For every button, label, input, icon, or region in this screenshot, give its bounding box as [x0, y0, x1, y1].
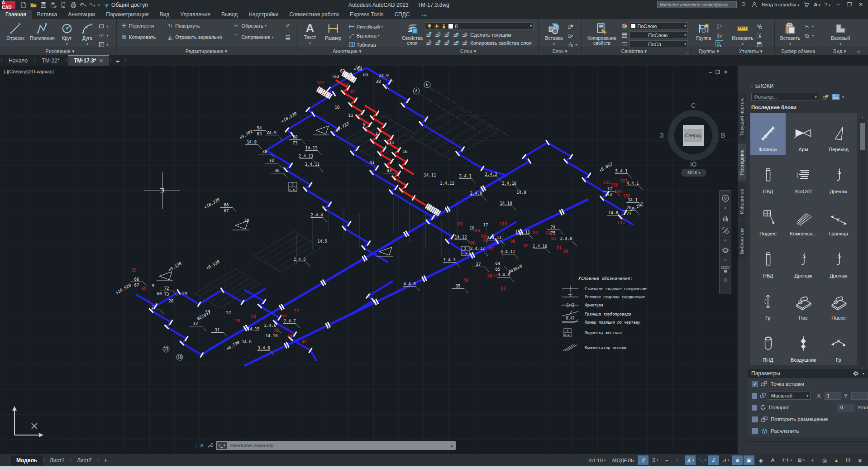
- fillet-button[interactable]: ⌒Сопряжение ▾: [233, 34, 278, 41]
- restore-button[interactable]: ❐: [846, 1, 853, 8]
- search-input[interactable]: Введите ключевое слово/фразу: [657, 1, 737, 8]
- ribbon-tab-0[interactable]: Главная: [0, 10, 32, 19]
- ribbon-tab-6[interactable]: Вывод: [216, 10, 243, 19]
- ribbon-tab-4[interactable]: Вид: [154, 10, 175, 19]
- color-select[interactable]: ПоСлою▾: [630, 22, 688, 30]
- save-as-icon[interactable]: [50, 1, 57, 9]
- cart-icon[interactable]: [803, 1, 810, 8]
- help-icon[interactable]: ? ▾: [825, 2, 830, 7]
- rectangle-button[interactable]: ▾: [98, 23, 108, 30]
- block-item-насос[interactable]: Насос: [821, 281, 856, 323]
- layer-unlock-all-icon[interactable]: [452, 39, 459, 46]
- new-layout-button[interactable]: +: [99, 455, 113, 465]
- isolate-objects-icon[interactable]: ◎: [819, 455, 830, 465]
- isodraft-icon[interactable]: ⋱▾: [696, 455, 707, 465]
- navbar-close-icon[interactable]: ⊖: [723, 278, 727, 282]
- palette-tab-1[interactable]: Последние: [738, 144, 746, 181]
- mobile-icon[interactable]: [60, 1, 67, 9]
- params-header[interactable]: Параметры ▾: [748, 369, 868, 378]
- panel-label-clipboard[interactable]: Буфер обмена: [775, 47, 822, 55]
- param-insertion-point[interactable]: ✓ Точка вставки: [748, 378, 868, 390]
- pan-hand-icon[interactable]: [721, 214, 730, 222]
- object-snap-icon[interactable]: ▣: [744, 455, 754, 465]
- plot-icon[interactable]: [70, 1, 77, 9]
- block-item-дренаж[interactable]: Дренаж: [821, 155, 856, 197]
- graphics-performance-icon[interactable]: ▲: [831, 455, 842, 465]
- ribbon-tab-3[interactable]: Параметризация: [100, 10, 154, 19]
- command-grip[interactable]: ⁞⁞: [196, 443, 197, 448]
- move-button[interactable]: ✣Перенести: [120, 22, 160, 29]
- panel-label-layers[interactable]: Слои ▾: [398, 47, 539, 55]
- viewcube[interactable]: С З В Ю Сверху: [660, 97, 728, 165]
- copy-button[interactable]: ⧉Копировать: [120, 34, 160, 41]
- dynamic-input-icon[interactable]: ⌐: [661, 455, 672, 465]
- block-item-подвес[interactable]: Подвес: [750, 197, 786, 239]
- make-current-button[interactable]: Сделать текущим: [470, 32, 511, 38]
- redo-icon[interactable]: ↷▾: [89, 2, 95, 8]
- palette-scroll-thumb[interactable]: [860, 123, 865, 150]
- ungroup-button[interactable]: [716, 23, 723, 30]
- rotation-value-field[interactable]: 0: [838, 404, 855, 412]
- thumbnail-view-icon[interactable]: [832, 93, 840, 100]
- param-scale[interactable]: Масштаб▾ X: 1 Y:: [748, 390, 868, 402]
- command-wrench-icon[interactable]: [207, 442, 213, 449]
- ribbon-tab-8[interactable]: Совместная работа: [284, 10, 344, 19]
- autocad-logo-icon[interactable]: A CAD: [2, 1, 15, 9]
- viewcube-north[interactable]: С: [691, 102, 696, 109]
- snap-icon[interactable]: ⠿▾: [649, 455, 660, 465]
- steering-wheel-icon[interactable]: [721, 194, 730, 202]
- filter-input[interactable]: Фильтр...▾: [751, 93, 819, 101]
- new-file-icon[interactable]: [20, 1, 27, 9]
- layout-tab-лист2[interactable]: Лист2: [72, 455, 97, 465]
- lineweight-icon[interactable]: ≡: [732, 455, 743, 465]
- rotate-button[interactable]: ↻Повернуть: [167, 22, 226, 29]
- save-icon[interactable]: [40, 1, 47, 9]
- layer-unisolate-icon[interactable]: [434, 31, 441, 38]
- linetype-select[interactable]: ———ПоСлою▾: [630, 31, 688, 39]
- palette-tab-0[interactable]: Текущий чертеж: [738, 93, 746, 141]
- ucs-selector[interactable]: МСК▾: [681, 169, 706, 177]
- layer-freeze-icon[interactable]: [443, 31, 450, 38]
- trim-button[interactable]: ✂Обрезать ▾: [233, 22, 278, 29]
- command-bar[interactable]: >_ ▾ Введите команду ▴: [216, 441, 456, 450]
- explode-checkbox[interactable]: [752, 428, 758, 434]
- select-all-button[interactable]: [756, 32, 763, 39]
- block-item-переход[interactable]: Переход: [821, 113, 856, 155]
- block-item-дренаж[interactable]: Дренаж: [786, 239, 821, 281]
- grid-icon[interactable]: #: [638, 455, 649, 465]
- block-item-пвд[interactable]: ПВД: [750, 239, 786, 281]
- block-item-граница[interactable]: Граница: [821, 197, 856, 239]
- viewport-controls[interactable]: [-][Сверху][2D-каркас]: [4, 69, 53, 74]
- minimize-button[interactable]: –: [835, 1, 842, 8]
- add-scales-icon[interactable]: +: [807, 455, 818, 465]
- scale-checkbox[interactable]: [752, 393, 757, 399]
- quick-select-button[interactable]: [756, 23, 763, 30]
- ribbon-collapse-icon[interactable]: ▪ ▾: [419, 12, 429, 19]
- file-tab-1[interactable]: ТМ-22*: [37, 56, 65, 66]
- palette-grip[interactable]: ⁞⁞: [750, 83, 753, 89]
- params-caret-icon[interactable]: ▾: [863, 372, 864, 376]
- panel-label-utilities[interactable]: Утилиты ▾: [727, 47, 775, 55]
- autodesk-a-icon[interactable]: A ▾: [814, 2, 820, 7]
- insertion-checkbox[interactable]: ✓: [752, 381, 758, 387]
- param-repeat[interactable]: Повторить размещение: [748, 413, 868, 425]
- share-button[interactable]: ➤ Общий доступ: [104, 2, 148, 9]
- ribbon-tab-9[interactable]: Express Tools: [344, 10, 389, 19]
- dynamic-ucs-icon[interactable]: ⊿▾: [720, 455, 731, 465]
- object-snap-3d-icon[interactable]: ◈: [755, 455, 766, 465]
- layer-isolate-icon[interactable]: [425, 31, 432, 38]
- view-options-caret-icon[interactable]: ▾: [842, 95, 844, 99]
- user-icon[interactable]: [751, 1, 758, 8]
- scale-select[interactable]: Масштаб▾: [769, 392, 811, 400]
- match-layer-icon[interactable]: [461, 39, 468, 46]
- layer-select[interactable]: 0▾: [425, 22, 534, 30]
- search-icon[interactable]: [741, 1, 747, 8]
- edit-block-button[interactable]: [567, 32, 577, 39]
- ribbon-tab-2[interactable]: Аннотации: [62, 10, 100, 19]
- copy-clip-button[interactable]: ⧉▾: [803, 32, 814, 39]
- block-item-арм[interactable]: Арм: [786, 113, 821, 155]
- viewcube-top-face[interactable]: Сверху: [683, 125, 704, 146]
- panel-label-view[interactable]: Вид ▾ »: [822, 47, 861, 55]
- block-item-пвд[interactable]: ПВД: [750, 155, 786, 197]
- undo-icon[interactable]: ↶▾: [80, 2, 86, 8]
